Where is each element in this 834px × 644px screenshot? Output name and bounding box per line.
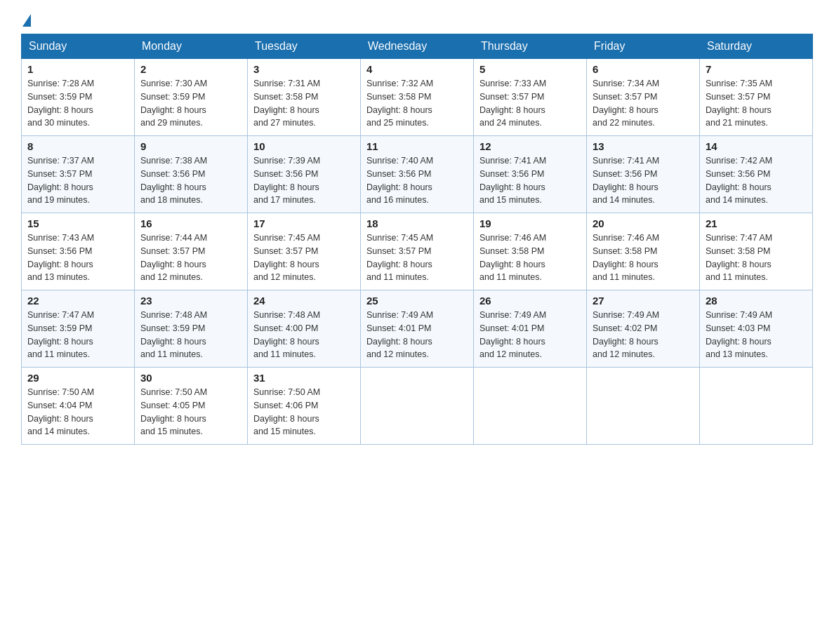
day-number: 24 <box>253 295 355 307</box>
calendar-week-row: 1Sunrise: 7:28 AMSunset: 3:59 PMDaylight… <box>22 59 813 136</box>
calendar-cell <box>474 368 587 445</box>
day-number: 10 <box>253 140 355 152</box>
day-info: Sunrise: 7:41 AMSunset: 3:56 PMDaylight:… <box>593 154 694 207</box>
day-number: 26 <box>479 295 581 307</box>
calendar-cell: 10Sunrise: 7:39 AMSunset: 3:56 PMDayligh… <box>248 136 361 213</box>
calendar-cell: 27Sunrise: 7:49 AMSunset: 4:02 PMDayligh… <box>587 290 700 368</box>
day-number: 17 <box>253 217 355 229</box>
day-of-week-header-thursday: Thursday <box>474 34 587 59</box>
day-info: Sunrise: 7:49 AMSunset: 4:01 PMDaylight:… <box>366 309 468 361</box>
day-number: 8 <box>27 140 128 152</box>
day-info: Sunrise: 7:41 AMSunset: 3:56 PMDaylight:… <box>479 154 581 207</box>
day-info: Sunrise: 7:35 AMSunset: 3:57 PMDaylight:… <box>706 77 807 130</box>
day-info: Sunrise: 7:40 AMSunset: 3:56 PMDaylight:… <box>366 154 468 207</box>
day-of-week-header-tuesday: Tuesday <box>248 34 361 59</box>
day-info: Sunrise: 7:45 AMSunset: 3:57 PMDaylight:… <box>253 232 355 284</box>
calendar-cell: 5Sunrise: 7:33 AMSunset: 3:57 PMDaylight… <box>474 59 587 136</box>
day-info: Sunrise: 7:42 AMSunset: 3:56 PMDaylight:… <box>706 154 807 207</box>
day-info: Sunrise: 7:46 AMSunset: 3:58 PMDaylight:… <box>479 232 581 284</box>
day-number: 31 <box>253 372 355 384</box>
day-info: Sunrise: 7:50 AMSunset: 4:06 PMDaylight:… <box>253 386 355 438</box>
calendar-header-row: SundayMondayTuesdayWednesdayThursdayFrid… <box>22 34 813 59</box>
day-number: 22 <box>27 295 128 307</box>
calendar-cell: 1Sunrise: 7:28 AMSunset: 3:59 PMDaylight… <box>22 59 135 136</box>
day-number: 14 <box>706 140 807 152</box>
day-number: 11 <box>366 140 468 152</box>
logo <box>21 14 32 27</box>
day-of-week-header-friday: Friday <box>587 34 700 59</box>
day-number: 27 <box>593 295 694 307</box>
day-number: 28 <box>706 295 807 307</box>
day-number: 25 <box>366 295 468 307</box>
day-info: Sunrise: 7:46 AMSunset: 3:58 PMDaylight:… <box>593 232 694 284</box>
day-of-week-header-sunday: Sunday <box>22 34 135 59</box>
day-number: 15 <box>27 217 128 229</box>
day-info: Sunrise: 7:43 AMSunset: 3:56 PMDaylight:… <box>27 232 128 284</box>
calendar-cell: 6Sunrise: 7:34 AMSunset: 3:57 PMDaylight… <box>587 59 700 136</box>
day-info: Sunrise: 7:34 AMSunset: 3:57 PMDaylight:… <box>593 77 694 130</box>
day-number: 16 <box>140 217 241 229</box>
day-info: Sunrise: 7:30 AMSunset: 3:59 PMDaylight:… <box>140 77 241 130</box>
calendar-week-row: 22Sunrise: 7:47 AMSunset: 3:59 PMDayligh… <box>22 290 813 368</box>
day-info: Sunrise: 7:47 AMSunset: 3:59 PMDaylight:… <box>27 309 128 361</box>
day-info: Sunrise: 7:48 AMSunset: 3:59 PMDaylight:… <box>140 309 241 361</box>
day-info: Sunrise: 7:39 AMSunset: 3:56 PMDaylight:… <box>253 154 355 207</box>
calendar-cell: 12Sunrise: 7:41 AMSunset: 3:56 PMDayligh… <box>474 136 587 213</box>
calendar-cell: 3Sunrise: 7:31 AMSunset: 3:58 PMDaylight… <box>248 59 361 136</box>
day-info: Sunrise: 7:33 AMSunset: 3:57 PMDaylight:… <box>479 77 581 130</box>
calendar-week-row: 29Sunrise: 7:50 AMSunset: 4:04 PMDayligh… <box>22 368 813 445</box>
day-info: Sunrise: 7:49 AMSunset: 4:03 PMDaylight:… <box>706 309 807 361</box>
calendar-cell: 30Sunrise: 7:50 AMSunset: 4:05 PMDayligh… <box>135 368 248 445</box>
calendar-cell: 29Sunrise: 7:50 AMSunset: 4:04 PMDayligh… <box>22 368 135 445</box>
day-number: 18 <box>366 217 468 229</box>
day-number: 5 <box>479 63 581 75</box>
calendar-cell <box>361 368 474 445</box>
day-info: Sunrise: 7:49 AMSunset: 4:01 PMDaylight:… <box>479 309 581 361</box>
day-info: Sunrise: 7:48 AMSunset: 4:00 PMDaylight:… <box>253 309 355 361</box>
day-info: Sunrise: 7:37 AMSunset: 3:57 PMDaylight:… <box>27 154 128 207</box>
day-info: Sunrise: 7:49 AMSunset: 4:02 PMDaylight:… <box>593 309 694 361</box>
day-info: Sunrise: 7:38 AMSunset: 3:56 PMDaylight:… <box>140 154 241 207</box>
day-number: 29 <box>27 372 128 384</box>
day-info: Sunrise: 7:44 AMSunset: 3:57 PMDaylight:… <box>140 232 241 284</box>
calendar-cell: 25Sunrise: 7:49 AMSunset: 4:01 PMDayligh… <box>361 290 474 368</box>
day-info: Sunrise: 7:47 AMSunset: 3:58 PMDaylight:… <box>706 232 807 284</box>
calendar-cell: 7Sunrise: 7:35 AMSunset: 3:57 PMDaylight… <box>700 59 813 136</box>
day-info: Sunrise: 7:50 AMSunset: 4:05 PMDaylight:… <box>140 386 241 438</box>
calendar-cell: 13Sunrise: 7:41 AMSunset: 3:56 PMDayligh… <box>587 136 700 213</box>
calendar-cell: 22Sunrise: 7:47 AMSunset: 3:59 PMDayligh… <box>22 290 135 368</box>
day-number: 3 <box>253 63 355 75</box>
calendar-cell: 24Sunrise: 7:48 AMSunset: 4:00 PMDayligh… <box>248 290 361 368</box>
day-number: 20 <box>593 217 694 229</box>
calendar-cell: 17Sunrise: 7:45 AMSunset: 3:57 PMDayligh… <box>248 213 361 290</box>
day-number: 1 <box>27 63 128 75</box>
calendar-cell: 14Sunrise: 7:42 AMSunset: 3:56 PMDayligh… <box>700 136 813 213</box>
calendar-week-row: 8Sunrise: 7:37 AMSunset: 3:57 PMDaylight… <box>22 136 813 213</box>
calendar-cell: 20Sunrise: 7:46 AMSunset: 3:58 PMDayligh… <box>587 213 700 290</box>
day-number: 2 <box>140 63 241 75</box>
calendar-cell: 18Sunrise: 7:45 AMSunset: 3:57 PMDayligh… <box>361 213 474 290</box>
calendar-cell: 16Sunrise: 7:44 AMSunset: 3:57 PMDayligh… <box>135 213 248 290</box>
calendar-cell: 26Sunrise: 7:49 AMSunset: 4:01 PMDayligh… <box>474 290 587 368</box>
calendar-table: SundayMondayTuesdayWednesdayThursdayFrid… <box>21 34 813 445</box>
page-header <box>21 14 813 27</box>
day-number: 6 <box>593 63 694 75</box>
day-info: Sunrise: 7:50 AMSunset: 4:04 PMDaylight:… <box>27 386 128 438</box>
day-info: Sunrise: 7:31 AMSunset: 3:58 PMDaylight:… <box>253 77 355 130</box>
day-number: 30 <box>140 372 241 384</box>
calendar-cell: 8Sunrise: 7:37 AMSunset: 3:57 PMDaylight… <box>22 136 135 213</box>
calendar-cell <box>587 368 700 445</box>
day-of-week-header-monday: Monday <box>135 34 248 59</box>
calendar-cell: 4Sunrise: 7:32 AMSunset: 3:58 PMDaylight… <box>361 59 474 136</box>
calendar-cell <box>700 368 813 445</box>
calendar-cell: 21Sunrise: 7:47 AMSunset: 3:58 PMDayligh… <box>700 213 813 290</box>
logo-arrow-icon <box>22 14 31 27</box>
calendar-cell: 31Sunrise: 7:50 AMSunset: 4:06 PMDayligh… <box>248 368 361 445</box>
calendar-cell: 23Sunrise: 7:48 AMSunset: 3:59 PMDayligh… <box>135 290 248 368</box>
calendar-cell: 19Sunrise: 7:46 AMSunset: 3:58 PMDayligh… <box>474 213 587 290</box>
day-of-week-header-saturday: Saturday <box>700 34 813 59</box>
day-number: 7 <box>706 63 807 75</box>
day-of-week-header-wednesday: Wednesday <box>361 34 474 59</box>
calendar-cell: 28Sunrise: 7:49 AMSunset: 4:03 PMDayligh… <box>700 290 813 368</box>
day-number: 19 <box>479 217 581 229</box>
